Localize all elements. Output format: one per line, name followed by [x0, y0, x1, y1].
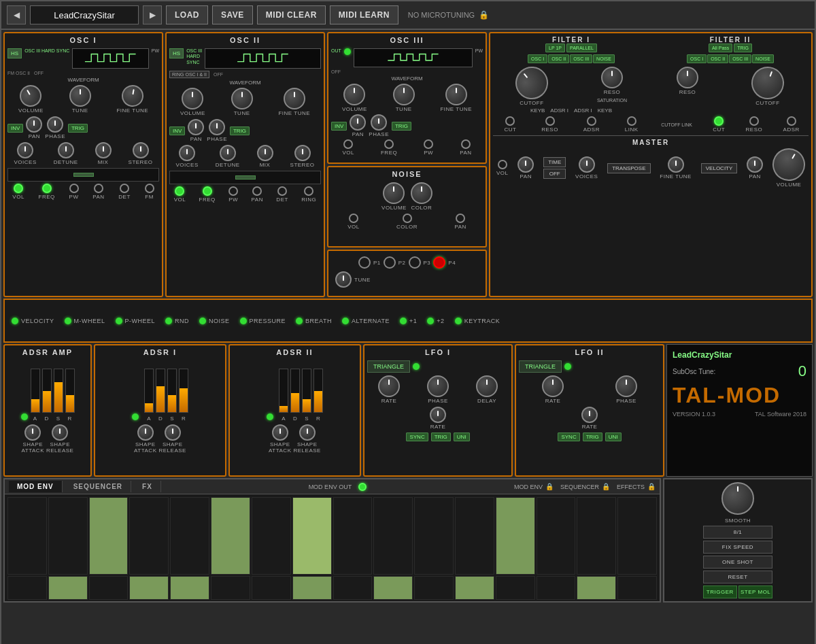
seq-bot-11[interactable] [455, 576, 494, 600]
filter2-cut-indicator[interactable] [714, 116, 724, 126]
seq-bot-3[interactable] [129, 576, 169, 600]
lfo1-sync-button[interactable]: SYNC [406, 433, 428, 441]
mod-noise-item[interactable]: NOISE [199, 318, 230, 324]
filter2-all-pass-button[interactable]: All Pass [709, 44, 732, 52]
osc2-mix-knob[interactable] [257, 145, 273, 161]
master-time-button[interactable]: TIME [543, 157, 566, 167]
osc1-fine-tune-knob[interactable] [120, 83, 145, 108]
osc1-det-indicator[interactable] [120, 184, 129, 193]
seq-top-1[interactable] [48, 497, 88, 575]
filter1-link-indicator[interactable] [627, 116, 636, 126]
osc1-vol-indicator[interactable] [14, 184, 23, 193]
master-vol-indicator[interactable] [498, 160, 507, 169]
adsr2-a-slider[interactable] [279, 369, 288, 413]
master-voices-knob[interactable] [579, 156, 595, 173]
adsr-amp-shape-attack-knob[interactable] [24, 424, 41, 441]
osc1-phase-knob[interactable] [47, 116, 63, 133]
p3-indicator[interactable] [409, 256, 421, 269]
osc2-vol-indicator[interactable] [175, 186, 184, 196]
filter2-osc2-button[interactable]: OSC II [707, 54, 728, 63]
osc3-trig-button[interactable]: TRIG [392, 122, 411, 131]
seq-top-0[interactable] [7, 497, 47, 575]
filter1-cutoff-knob[interactable] [509, 60, 555, 106]
save-button[interactable]: SAVE [212, 5, 253, 24]
osc1-hs-button[interactable]: HS [7, 48, 22, 58]
master-velocity-button[interactable]: VELOCITY [701, 163, 738, 173]
noise-volume-knob[interactable] [383, 182, 405, 204]
osc2-detune-knob[interactable] [220, 145, 236, 161]
lfo1-trig-button[interactable]: TRIG [431, 433, 451, 441]
osc1-volume-knob[interactable] [16, 81, 46, 111]
seq-bot-4[interactable] [170, 576, 209, 600]
lfo1-triangle-button[interactable]: TRIANGLE [367, 360, 410, 373]
p1-indicator[interactable] [358, 256, 371, 269]
seq-top-5[interactable] [211, 497, 250, 575]
osc1-voices-knob[interactable] [17, 142, 33, 158]
rate-8-1-button[interactable]: 8/1 [703, 526, 773, 539]
lfo1-rate-knob[interactable] [378, 375, 400, 397]
osc3-inv-button[interactable]: INV [331, 122, 347, 131]
step-mod-button[interactable]: STEP MOL [738, 586, 772, 598]
mod-rnd-item[interactable]: RND [165, 318, 189, 324]
filter2-adsr-indicator[interactable] [787, 116, 796, 126]
osc1-detune-knob[interactable] [58, 142, 74, 158]
lfo1-phase-knob[interactable] [427, 375, 449, 397]
master-portamento-button[interactable]: OFF [543, 169, 566, 179]
lfo1-delay-knob[interactable] [476, 375, 498, 397]
filter2-noise-button[interactable]: NOISE [752, 54, 774, 63]
seq-bot-6[interactable] [252, 576, 291, 600]
seq-top-10[interactable] [414, 497, 454, 575]
adsr1-r-slider[interactable] [179, 369, 188, 413]
lfo1-uni-button[interactable]: UNI [454, 433, 470, 441]
osc1-pw-indicator[interactable] [69, 184, 79, 193]
osc2-phase-knob[interactable] [209, 119, 225, 135]
filter2-osc3-button[interactable]: OSC III [729, 54, 751, 63]
seq-top-3[interactable] [129, 497, 169, 575]
seq-bot-0[interactable] [7, 576, 47, 600]
filter2-reso-knob[interactable] [677, 67, 698, 88]
lfo2-rate-knob[interactable] [542, 375, 564, 397]
osc2-hs-button[interactable]: HS [169, 48, 184, 58]
osc2-freq-indicator[interactable] [203, 186, 212, 196]
noise-color-indicator[interactable] [403, 214, 412, 223]
osc1-stereo-knob[interactable] [133, 142, 149, 158]
next-preset-button[interactable]: ▶ [143, 5, 162, 24]
osc1-freq-indicator[interactable] [42, 184, 52, 193]
osc2-volume-knob[interactable] [182, 88, 203, 109]
osc1-tune-knob[interactable] [69, 85, 91, 107]
lfo1-rate2-knob[interactable] [430, 407, 446, 423]
filter1-osc2-button[interactable]: OSC II [548, 54, 569, 63]
filter1-osc3-button[interactable]: OSC III [570, 54, 592, 63]
p2-indicator[interactable] [384, 256, 396, 269]
adsr-amp-d-slider[interactable] [42, 369, 52, 413]
mod-plus1-item[interactable]: +1 [400, 318, 417, 324]
seq-bot-5[interactable] [211, 576, 250, 600]
osc2-trig-button[interactable]: TRIG [230, 126, 250, 135]
master-pan-knob[interactable] [517, 156, 534, 173]
tab-fx[interactable]: FX [134, 481, 161, 492]
seq-top-4[interactable] [170, 497, 209, 575]
filter2-trig-button[interactable]: TRIG [734, 44, 752, 52]
osc3-freq-indicator[interactable] [384, 139, 394, 149]
trigger-button[interactable]: TRIGGER [703, 586, 737, 598]
mod-pressure-item[interactable]: PRESSURE [240, 318, 286, 324]
fix-speed-button[interactable]: FIX SPEED [703, 541, 773, 554]
p4-indicator[interactable] [433, 256, 445, 269]
mod-velocity-item[interactable]: VELOCITY [12, 318, 54, 324]
filter1-adsr-indicator[interactable] [587, 116, 596, 126]
osc1-pan-knob[interactable] [26, 116, 42, 133]
prev-preset-button[interactable]: ◀ [7, 5, 26, 24]
adsr2-r-slider[interactable] [313, 369, 323, 413]
mod-m-wheel-item[interactable]: M-WHEEL [65, 318, 105, 324]
adsr1-a-slider[interactable] [144, 369, 154, 413]
lfo2-triangle-button[interactable]: TRIANGLE [519, 360, 562, 373]
load-button[interactable]: LOAD [166, 5, 208, 24]
mod-keytrack-item[interactable]: KEYTRACK [455, 318, 500, 324]
osc3-pw-indicator[interactable] [424, 139, 433, 149]
osc3-fine-tune-knob[interactable] [445, 84, 467, 105]
filter1-reso-indicator[interactable] [545, 116, 555, 126]
osc2-inv-button[interactable]: INV [169, 126, 185, 135]
osc2-tune-knob[interactable] [231, 88, 253, 109]
master-transpose-button[interactable]: TRANSPOSE [607, 163, 650, 173]
adsr2-s-slider[interactable] [302, 369, 311, 413]
